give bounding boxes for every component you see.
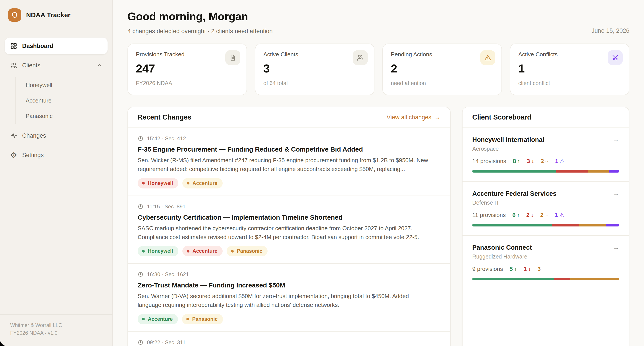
sidebar-item-label: Settings [22,152,44,159]
stat-sub: need attention [391,80,494,86]
stat-sub: client conflict [518,80,621,86]
client-row: Accenture Federal Services → [472,190,619,197]
change-item[interactable]: 16:30 · Sec. 1621 Zero-Trust Mandate — F… [128,263,450,332]
current-date: June 15, 2026 [592,27,630,34]
sidebar-nav: Dashboard Clients Honeywell Accenture Pa… [5,37,108,164]
arrow-right-icon: → [434,114,440,121]
client-sector: Ruggedized Hardware [472,253,619,260]
change-item[interactable]: 15:42 · Sec. 412 F-35 Engine Procurement… [128,128,450,195]
stat-down: 1↓ [524,266,531,272]
change-title: Cybersecurity Certification — Implementa… [138,214,440,221]
sidebar-item-panasonic[interactable]: Panasonic [16,108,108,124]
clients-subnav: Honeywell Accenture Panasonic [15,77,108,124]
stat-conflict: 1⚠ [554,212,564,218]
change-description: Sen. Warner (D-VA) secured additional $5… [138,292,430,310]
stat-label: Active Conflicts [518,51,621,58]
change-time: 11:15 · Sec. 891 [147,203,186,210]
tag-dot-icon [231,250,234,253]
change-item[interactable]: 11:15 · Sec. 891 Cybersecurity Certifica… [128,195,450,264]
stat-down: 3↓ [527,158,534,165]
gear-icon: ⚙ [10,151,17,159]
bar-segment-modified [579,224,606,226]
bar-segment-up [472,224,552,226]
tag-dot-icon [186,318,189,320]
scoreboard-client-accenture[interactable]: Accenture Federal Services → Defense IT … [462,181,629,235]
clock-icon [138,272,144,277]
scoreboard-client-honeywell[interactable]: Honeywell International → Aerospace 14 p… [462,128,629,181]
dashboard-columns: Recent Changes View all changes → 15:42 … [128,107,630,346]
change-meta: 15:42 · Sec. 412 [138,136,440,142]
sidebar-item-accenture[interactable]: Accenture [16,93,108,108]
view-all-changes-link[interactable]: View all changes → [386,114,440,121]
warning-icon [480,50,495,65]
tag-label: Accenture [148,316,172,322]
stat-up: 6↑ [512,212,520,218]
sidebar-footer: Whitmer & Worrall LLC FY2026 NDAA · v1.0 [0,314,112,346]
stat-label: Provisions Tracked [136,51,238,58]
tag-dot-icon [187,250,190,253]
stat-conflict: 1⚠ [555,158,564,165]
tag-label: Panasonic [237,248,262,254]
tag-dot-icon [142,182,145,184]
change-item[interactable]: 09:22 · Sec. 311 [128,332,450,346]
provision-count: 11 provisions [472,212,506,218]
recent-changes-card: Recent Changes View all changes → 15:42 … [128,107,450,346]
sidebar-item-dashboard[interactable]: Dashboard [5,37,108,54]
tag-label: Accenture [192,180,217,186]
app-title: NDAA Tracker [26,11,70,19]
up-arrow-icon: ↑ [514,266,517,272]
client-row: Honeywell International → [472,136,619,143]
stat-card-provisions: Provisions Tracked 247 FY2026 NDAA [128,43,247,95]
arrow-right-icon: → [612,244,619,251]
stat-card-active-conflicts: Active Conflicts 1 client conflict [510,43,630,95]
stat-label: Active Clients [263,51,366,58]
sidebar-item-label: Clients [22,62,40,69]
stat-card-active-clients: Active Clients 3 of 64 total [255,43,374,95]
bar-segment-modified [588,170,609,173]
page-title: Good morning, Morgan [128,10,630,23]
arrow-right-icon: → [612,190,619,197]
client-sector: Defense IT [472,199,619,206]
users-icon [10,62,17,69]
change-tags: Accenture Panasonic [138,314,440,324]
change-time: 15:42 · Sec. 412 [147,136,186,142]
tag-dot-icon [187,182,190,184]
client-name: Honeywell International [472,136,544,143]
up-arrow-icon: ↑ [517,212,520,218]
client-name: Panasonic Connect [472,244,532,251]
tilde-icon: ~ [545,212,548,218]
stat-modified: 2~ [541,158,548,165]
shield-logo-icon [8,8,21,22]
warning-icon: ⚠ [559,212,564,218]
change-description: SASC markup shortened the cybersecurity … [138,224,430,242]
page-subtitle: 4 changes detected overnight · 2 clients… [128,28,630,35]
tag-dot-icon [142,250,145,253]
provision-bar [472,170,619,173]
stat-modified: 3~ [538,266,545,272]
sidebar-item-changes[interactable]: Changes [5,127,108,144]
sidebar-item-honeywell[interactable]: Honeywell [16,77,108,93]
down-arrow-icon: ↓ [531,158,534,164]
scoreboard-client-panasonic[interactable]: Panasonic Connect → Ruggedized Hardware … [462,235,629,289]
brand: NDAA Tracker [5,7,108,22]
provision-count: 9 provisions [472,266,503,272]
firm-name: Whitmer & Worrall LLC [10,322,102,330]
stat-card-pending-actions: Pending Actions 2 need attention [382,43,502,95]
tilde-icon: ~ [545,158,548,164]
client-name: Accenture Federal Services [472,190,556,197]
sidebar-item-clients[interactable]: Clients [5,57,108,74]
subnav-label: Honeywell [26,82,52,89]
tilde-icon: ~ [542,266,545,272]
sidebar-item-settings[interactable]: ⚙ Settings [5,147,108,164]
bar-segment-down [552,224,579,226]
link-label: View all changes [386,114,431,121]
document-icon [225,50,240,65]
dashboard-grid-icon [10,42,17,49]
warning-icon: ⚠ [560,158,564,164]
stat-value: 2 [391,62,494,75]
users-icon [353,50,368,65]
client-sector: Aerospace [472,146,619,152]
bar-segment-down [554,278,570,280]
change-meta: 11:15 · Sec. 891 [138,203,440,210]
tag-label: Honeywell [148,248,173,254]
